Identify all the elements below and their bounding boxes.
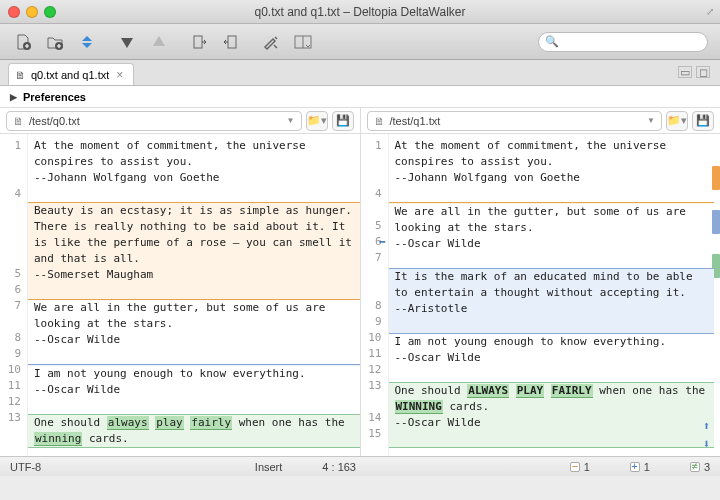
browse-right-button[interactable]: 📁▾ [666,111,688,131]
save-left-button[interactable]: 💾 [332,111,354,131]
settings-button[interactable] [260,31,282,53]
right-pane: 🗎 /test/q1.txt ▼ 📁▾ 💾 1 4 56 7 89 1011 1… [361,108,721,456]
preferences-label: Preferences [23,91,86,103]
nav-down-icon[interactable]: ⬇ [703,436,710,452]
right-nav-arrows: ⬆ ⬇ [703,418,710,452]
left-pane: 🗎 /test/q0.txt ▼ 📁▾ 💾 1 4 56 7 89 1011 1… [0,108,361,456]
minimize-view-button[interactable]: ▭ [678,66,692,78]
file-icon: 🗎 [13,115,24,127]
svg-rect-3 [228,36,236,48]
left-path-text: /test/q0.txt [29,115,80,127]
removed-count: 1 [570,461,590,473]
left-path-field[interactable]: 🗎 /test/q0.txt ▼ [6,111,302,131]
close-tab-button[interactable]: × [114,68,125,82]
titlebar: q0.txt and q1.txt – Deltopia DeltaWalker… [0,0,720,24]
maximize-view-button[interactable]: ◻ [696,66,710,78]
diff-block-modified: One should ALWAYS PLAY FAIRLY when one h… [389,382,715,448]
new-folder-button[interactable] [44,31,66,53]
cursor-position: 4 : 163 [322,461,356,473]
changed-count: 3 [690,461,710,473]
copy-right-button[interactable] [188,31,210,53]
notequal-icon [690,462,700,472]
dropdown-icon: ▼ [647,116,655,125]
right-path-field[interactable]: 🗎 /test/q1.txt ▼ [367,111,663,131]
diff-view: 🗎 /test/q0.txt ▼ 📁▾ 💾 1 4 56 7 89 1011 1… [0,108,720,456]
browse-left-button[interactable]: 📁▾ [306,111,328,131]
close-window-button[interactable] [8,6,20,18]
preferences-bar[interactable]: ▶ Preferences [0,86,720,108]
right-code: ⬅ At the moment of commitment, the unive… [389,134,713,456]
insert-mode-label[interactable]: Insert [255,461,283,473]
right-gutter: 1 4 56 7 89 1011 1213 1415 [361,134,389,456]
expand-icon: ▶ [10,92,17,102]
search-icon: 🔍 [545,35,559,48]
next-diff-button[interactable] [116,31,138,53]
tab-bar: 🗎 q0.txt and q1.txt × ▭ ◻ [0,60,720,86]
left-code: At the moment of commitment, the univers… [28,134,360,456]
window-controls [8,6,56,18]
layout-button[interactable] [292,31,314,53]
prev-diff-button[interactable] [148,31,170,53]
plus-icon [630,462,640,472]
diff-block-added: It is the mark of an educated mind to be… [389,268,715,334]
right-editor[interactable]: 1 4 56 7 89 1011 1213 1415 ⬅ At the mome… [361,134,721,456]
left-gutter: 1 4 56 7 89 1011 1213 [0,134,28,456]
right-path-text: /test/q1.txt [390,115,441,127]
tab-label: q0.txt and q1.txt [31,69,109,81]
added-count: 1 [630,461,650,473]
nav-up-icon[interactable]: ⬆ [703,418,710,434]
document-icon: 🗎 [15,69,26,81]
window-title: q0.txt and q1.txt – Deltopia DeltaWalker [0,5,720,19]
encoding-label[interactable]: UTF-8 [10,461,41,473]
copy-left-button[interactable] [220,31,242,53]
file-icon: 🗎 [374,115,385,127]
left-filebar: 🗎 /test/q0.txt ▼ 📁▾ 💾 [0,108,360,134]
dropdown-icon: ▼ [287,116,295,125]
minus-icon [570,462,580,472]
zoom-window-button[interactable] [44,6,56,18]
main-toolbar: 🔍 [0,24,720,60]
merge-left-icon[interactable]: ⬅ [379,234,386,250]
save-right-button[interactable]: 💾 [692,111,714,131]
right-filebar: 🗎 /test/q1.txt ▼ 📁▾ 💾 [361,108,721,134]
status-bar: UTF-8 Insert 4 : 163 1 1 3 [0,456,720,476]
minimize-window-button[interactable] [26,6,38,18]
diff-block-modified: One should always play fairly when one h… [28,414,360,448]
diff-block-changed: Beauty is an ecstasy; it is as simple as… [28,202,360,300]
marker-changed[interactable] [712,166,720,190]
marker-added[interactable] [712,210,720,234]
svg-rect-2 [194,36,202,48]
sync-button[interactable] [76,31,98,53]
resize-icon: ⤢ [706,6,714,17]
search-field[interactable]: 🔍 [538,32,708,52]
left-editor[interactable]: 1 4 56 7 89 1011 1213 At the moment of c… [0,134,360,456]
new-file-button[interactable] [12,31,34,53]
document-tab[interactable]: 🗎 q0.txt and q1.txt × [8,63,134,85]
